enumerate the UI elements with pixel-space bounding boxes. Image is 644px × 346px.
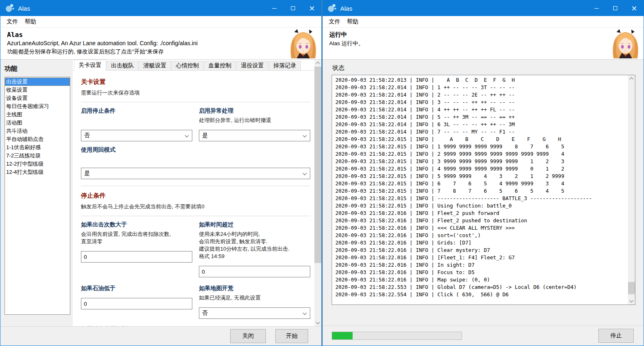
log-time: 2020-09-03 21:58:22.016: [335, 210, 406, 216]
log-separator: |: [406, 114, 416, 120]
form-scrollbar[interactable]: [314, 60, 321, 326]
tab[interactable]: 出击舰队: [106, 61, 138, 70]
list-item[interactable]: 共斗活动: [5, 127, 70, 135]
log-separator: |: [406, 217, 416, 224]
left-titlebar[interactable]: Alas ×: [0, 0, 321, 16]
menu-item[interactable]: 文件: [3, 18, 21, 25]
list-item[interactable]: 主线图: [5, 111, 70, 119]
log-scrollbar[interactable]: [628, 75, 635, 304]
scrollbar-thumb[interactable]: [314, 67, 321, 263]
stop-button[interactable]: 停止: [598, 329, 634, 343]
desc-if-time: 使用未来24小时内的时间, 会沿用先前设置, 触发后清零. 建议提前10分钟左右…: [199, 231, 310, 260]
function-listbox[interactable]: 出击设置收菜设置设备设置每日任务困难演习主线图活动图共斗活动半自动辅助点击1-1…: [5, 77, 70, 315]
minimize-button[interactable]: [265, 0, 284, 16]
log-line: 2020-09-03 21:58:22.014 | INFO | 5 -- ++…: [335, 113, 626, 121]
desc-if-map: 如果已经满足, 无视此设置: [199, 294, 310, 302]
maximize-button[interactable]: [284, 0, 302, 16]
right-titlebar[interactable]: Alas ×: [323, 0, 644, 16]
log-message: Focus to: D5: [437, 269, 474, 275]
scroll-down-button[interactable]: [628, 298, 635, 304]
menu-item[interactable]: 文件: [325, 18, 344, 25]
settings-panel: 关卡设置出击舰队潜艇设置心情控制血量控制退役设置掉落记录 关卡设置 需要运行一次…: [73, 60, 321, 326]
log-line: 2020-09-03 21:58:22.015 | INFO | 1 9999 …: [335, 143, 626, 150]
list-item[interactable]: 7-2三战拣垃圾: [5, 152, 70, 160]
log-separator: |: [406, 77, 416, 83]
close-button[interactable]: ×: [302, 0, 321, 16]
log-message: 6 3L -- -- -- ++ ++ -- 3M: [437, 121, 515, 127]
sidebar-heading: 功能: [5, 65, 70, 73]
app-title: Alas: [7, 31, 284, 39]
if-oil-input[interactable]: [81, 298, 192, 309]
desc-if-count: 会沿用先前设置, 完成出击将扣除次数, 直至清零: [81, 231, 192, 245]
list-item[interactable]: 12-4打大型练级: [5, 168, 70, 176]
log-line: 2020-09-03 21:58:22.015 | INFO | 2 9999 …: [335, 150, 626, 158]
log-level: INFO: [416, 158, 428, 164]
log-line: 2020-09-03 21:58:22.553 | INFO | Global …: [335, 284, 626, 291]
run-status-subtitle: Alas 运行中。: [329, 40, 607, 47]
start-button[interactable]: 开始: [275, 329, 308, 343]
log-separator: |: [428, 84, 438, 90]
log-line: 2020-09-03 21:58:22.016 | INFO | Fleet_2…: [335, 210, 626, 217]
log-separator: |: [428, 225, 438, 231]
menu-item[interactable]: 帮助: [344, 18, 362, 25]
log-time: 2020-09-03 21:58:22.015: [335, 151, 406, 157]
log-line: 2020-09-03 21:58:22.016 | INFO | [Fleet_…: [335, 254, 626, 261]
chevron-down-icon: [303, 311, 307, 315]
tab[interactable]: 关卡设置: [74, 60, 106, 71]
enable-exception-select[interactable]: 是: [199, 130, 310, 141]
close-app-button[interactable]: 关闭: [230, 329, 266, 343]
log-line: 2020-09-03 21:58:22.014 | INFO | 1 ++ --…: [335, 84, 626, 91]
section-heading-stage: 关卡设置: [81, 78, 310, 86]
list-item[interactable]: 半自动辅助点击: [5, 135, 70, 143]
scrollbar-thumb[interactable]: [628, 282, 635, 294]
log-message: Map swipe: (0, 0): [437, 277, 490, 283]
status-label: 状态: [332, 64, 644, 72]
log-time: 2020-09-03 21:58:22.016: [335, 247, 406, 253]
log-separator: |: [406, 203, 416, 209]
tab[interactable]: 退役设置: [236, 61, 268, 70]
maximize-icon: [613, 6, 617, 10]
log-level: INFO: [416, 254, 428, 261]
list-item[interactable]: 每日任务困难演习: [5, 102, 70, 111]
loop-mode-select[interactable]: 是: [81, 168, 310, 179]
list-item[interactable]: 活动图: [5, 119, 70, 127]
log-level: INFO: [416, 210, 428, 216]
label-if-map: 如果地图开荒: [199, 285, 310, 292]
scroll-up-button[interactable]: [314, 60, 321, 67]
chevron-up-icon: [630, 77, 634, 81]
log-message: A B C D E F G H: [437, 136, 561, 142]
log-separator: |: [406, 106, 416, 113]
progress-fill: [332, 332, 353, 339]
log-separator: |: [406, 262, 416, 268]
tab[interactable]: 心情控制: [171, 61, 203, 70]
chevron-down-icon: [303, 171, 307, 175]
tab[interactable]: 血量控制: [204, 61, 236, 70]
log-separator: |: [428, 106, 438, 113]
list-item[interactable]: 12-2打中型练级: [5, 160, 70, 168]
enable-stop-select[interactable]: 否: [81, 130, 192, 141]
left-window: Alas × 文件帮助 Alas AzurLaneAutoScript, An …: [0, 0, 322, 346]
close-button[interactable]: ×: [625, 0, 644, 16]
list-item[interactable]: 出击设置: [5, 78, 70, 86]
if-map-select[interactable]: 否: [199, 307, 310, 319]
tab[interactable]: 掉落记录: [269, 61, 301, 70]
log-line: 2020-09-03 21:58:22.016 | INFO | sort=('…: [335, 232, 626, 239]
maximize-button[interactable]: [606, 0, 625, 16]
log-separator: |: [406, 84, 416, 90]
list-item[interactable]: 设备设置: [5, 94, 70, 102]
label-enable-stop: 启用停止条件: [81, 107, 192, 115]
menu-item[interactable]: 帮助: [21, 18, 39, 25]
minimize-button[interactable]: [587, 0, 606, 16]
if-time-input[interactable]: [199, 266, 310, 277]
scroll-up-button[interactable]: [628, 75, 635, 82]
log-time: 2020-09-03 21:58:22.014: [335, 114, 406, 120]
log-separator: |: [406, 151, 416, 157]
if-count-input[interactable]: [81, 251, 192, 263]
scroll-down-button[interactable]: [314, 319, 321, 326]
log-message: 5 9999 9999 4 3 2 1 2 9999: [437, 173, 564, 179]
list-item[interactable]: 1-1伏击刷好感: [5, 143, 70, 152]
log-line: 2020-09-03 21:58:22.015 | INFO | 6 7 6 5…: [335, 180, 626, 187]
sidebar: 功能 出击设置收菜设置设备设置每日任务困难演习主线图活动图共斗活动半自动辅助点击…: [0, 60, 73, 326]
list-item[interactable]: 收菜设置: [5, 86, 70, 94]
tab[interactable]: 潜艇设置: [139, 61, 171, 70]
